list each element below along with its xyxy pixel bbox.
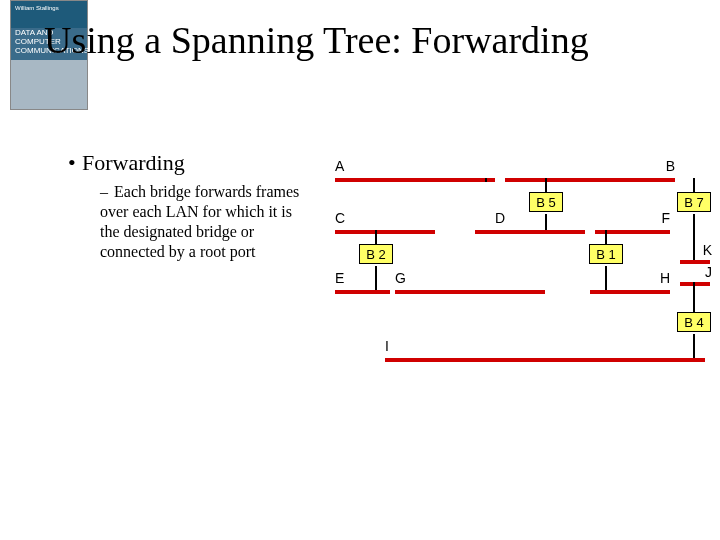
conn-B2-down	[375, 266, 377, 290]
lan-D-label: D	[495, 210, 505, 226]
conn-stub-AB	[485, 178, 487, 182]
bullet-sub-text: Each bridge forwards frames over each LA…	[100, 183, 299, 260]
conn-B2-up	[375, 230, 377, 244]
lan-F-label: F	[661, 210, 670, 226]
bridge-B7: B 7	[677, 192, 711, 212]
lan-I-label: I	[385, 338, 389, 354]
lan-E-label: E	[335, 270, 344, 286]
conn-B5-down	[545, 214, 547, 230]
lan-G: G	[395, 290, 545, 294]
conn-B1-down	[605, 266, 607, 290]
bullet-main-text: Forwarding	[82, 150, 185, 175]
lan-D: D	[475, 230, 585, 234]
lan-C: C	[335, 230, 435, 234]
lan-I: I	[385, 358, 705, 362]
bullet-dash-icon: –	[100, 182, 114, 202]
bridge-B2: B 2	[359, 244, 393, 264]
network-diagram: A B B 5 B 7 C D F B 2 B 1 K E G H J B	[335, 160, 705, 480]
lan-J: J	[680, 282, 710, 286]
bridge-B5: B 5	[529, 192, 563, 212]
book-author: William Stallings	[15, 5, 59, 11]
lan-A-label: A	[335, 158, 344, 174]
bullet-main: •Forwarding –Each bridge forwards frames…	[68, 150, 328, 262]
bullet-dot-icon: •	[68, 150, 82, 176]
lan-K-label: K	[703, 242, 712, 258]
bridge-B4: B 4	[677, 312, 711, 332]
conn-B7-down	[693, 214, 695, 260]
lan-A: A	[335, 178, 495, 182]
lan-E: E	[335, 290, 390, 294]
conn-B4-down	[693, 334, 695, 358]
lan-B-label: B	[666, 158, 675, 174]
conn-B1-up	[605, 230, 607, 244]
lan-H: H	[590, 290, 670, 294]
conn-B7-up	[693, 178, 695, 192]
lan-C-label: C	[335, 210, 345, 226]
lan-B: B	[505, 178, 675, 182]
lan-G-label: G	[395, 270, 406, 286]
conn-B4-up	[693, 282, 695, 312]
bullet-sub: –Each bridge forwards frames over each L…	[100, 182, 315, 262]
lan-J-label: J	[705, 264, 712, 280]
lan-H-label: H	[660, 270, 670, 286]
bridge-B1: B 1	[589, 244, 623, 264]
conn-B5-up	[545, 178, 547, 192]
slide-title: Using a Spanning Tree: Forwarding	[44, 18, 589, 62]
